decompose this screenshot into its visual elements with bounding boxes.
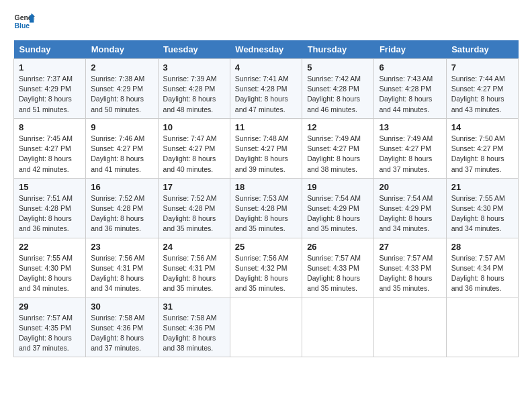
day-number: 14 [451,122,513,132]
day-cell: 13Sunrise: 7:49 AMSunset: 4:27 PMDayligh… [374,118,446,178]
header-sunday: Sunday [14,40,86,59]
week-row-2: 8Sunrise: 7:45 AMSunset: 4:27 PMDaylight… [14,118,519,178]
day-info: Sunrise: 7:52 AMSunset: 4:28 PMDaylight:… [163,194,217,233]
header-saturday: Saturday [446,40,518,59]
day-cell: 17Sunrise: 7:52 AMSunset: 4:28 PMDayligh… [158,178,230,238]
day-number: 28 [451,242,513,252]
day-info: Sunrise: 7:42 AMSunset: 4:28 PMDaylight:… [307,75,361,113]
day-info: Sunrise: 7:57 AMSunset: 4:33 PMDaylight:… [307,254,361,293]
day-number: 19 [307,182,369,192]
day-number: 13 [379,122,441,132]
day-number: 3 [163,62,225,73]
day-info: Sunrise: 7:43 AMSunset: 4:28 PMDaylight:… [379,75,433,113]
day-number: 23 [91,242,152,252]
day-number: 12 [307,122,369,132]
day-number: 1 [19,62,81,73]
day-number: 2 [91,62,152,73]
day-cell [446,298,518,357]
day-cell: 11Sunrise: 7:48 AMSunset: 4:27 PMDayligh… [230,118,302,178]
day-info: Sunrise: 7:37 AMSunset: 4:29 PMDaylight:… [19,75,73,113]
day-cell: 3Sunrise: 7:39 AMSunset: 4:28 PMDaylight… [158,59,230,119]
day-number: 22 [19,242,81,252]
day-cell: 10Sunrise: 7:47 AMSunset: 4:27 PMDayligh… [158,118,230,178]
calendar-table: SundayMondayTuesdayWednesdayThursdayFrid… [13,40,519,357]
header-friday: Friday [374,40,446,59]
day-info: Sunrise: 7:41 AMSunset: 4:28 PMDaylight:… [235,75,289,113]
day-cell: 25Sunrise: 7:56 AMSunset: 4:32 PMDayligh… [230,238,302,298]
day-cell: 19Sunrise: 7:54 AMSunset: 4:29 PMDayligh… [302,178,374,238]
day-info: Sunrise: 7:38 AMSunset: 4:29 PMDaylight:… [91,75,144,113]
week-row-4: 22Sunrise: 7:55 AMSunset: 4:30 PMDayligh… [14,238,519,298]
day-number: 15 [19,182,81,192]
day-info: Sunrise: 7:50 AMSunset: 4:27 PMDaylight:… [451,134,505,173]
day-number: 30 [91,302,152,312]
day-number: 31 [163,302,225,312]
day-cell: 22Sunrise: 7:55 AMSunset: 4:30 PMDayligh… [14,238,86,298]
day-info: Sunrise: 7:57 AMSunset: 4:34 PMDaylight:… [451,254,505,293]
day-cell: 8Sunrise: 7:45 AMSunset: 4:27 PMDaylight… [14,118,86,178]
day-cell: 24Sunrise: 7:56 AMSunset: 4:31 PMDayligh… [158,238,230,298]
day-cell: 29Sunrise: 7:57 AMSunset: 4:35 PMDayligh… [14,298,86,357]
day-number: 21 [451,182,513,192]
day-info: Sunrise: 7:44 AMSunset: 4:27 PMDaylight:… [451,75,505,113]
day-info: Sunrise: 7:45 AMSunset: 4:27 PMDaylight:… [19,134,73,173]
week-row-1: 1Sunrise: 7:37 AMSunset: 4:29 PMDaylight… [14,59,519,119]
day-cell: 20Sunrise: 7:54 AMSunset: 4:29 PMDayligh… [374,178,446,238]
day-cell: 7Sunrise: 7:44 AMSunset: 4:27 PMDaylight… [446,59,518,119]
svg-text:Blue: Blue [15,22,30,30]
day-info: Sunrise: 7:56 AMSunset: 4:32 PMDaylight:… [235,254,289,293]
day-cell: 27Sunrise: 7:57 AMSunset: 4:33 PMDayligh… [374,238,446,298]
day-cell: 6Sunrise: 7:43 AMSunset: 4:28 PMDaylight… [374,59,446,119]
day-cell: 4Sunrise: 7:41 AMSunset: 4:28 PMDaylight… [230,59,302,119]
day-number: 27 [379,242,441,252]
day-info: Sunrise: 7:49 AMSunset: 4:27 PMDaylight:… [379,134,433,173]
header-wednesday: Wednesday [230,40,302,59]
day-cell: 30Sunrise: 7:58 AMSunset: 4:36 PMDayligh… [86,298,158,357]
day-info: Sunrise: 7:53 AMSunset: 4:28 PMDaylight:… [235,194,289,233]
day-number: 16 [91,182,152,192]
day-info: Sunrise: 7:47 AMSunset: 4:27 PMDaylight:… [163,134,217,173]
day-info: Sunrise: 7:49 AMSunset: 4:27 PMDaylight:… [307,134,361,173]
day-cell: 12Sunrise: 7:49 AMSunset: 4:27 PMDayligh… [302,118,374,178]
day-cell: 1Sunrise: 7:37 AMSunset: 4:29 PMDaylight… [14,59,86,119]
day-cell: 21Sunrise: 7:55 AMSunset: 4:30 PMDayligh… [446,178,518,238]
day-info: Sunrise: 7:58 AMSunset: 4:36 PMDaylight:… [163,314,217,353]
day-info: Sunrise: 7:56 AMSunset: 4:31 PMDaylight:… [163,254,217,293]
day-cell: 5Sunrise: 7:42 AMSunset: 4:28 PMDaylight… [302,59,374,119]
day-cell: 26Sunrise: 7:57 AMSunset: 4:33 PMDayligh… [302,238,374,298]
day-number: 7 [451,62,513,73]
days-header-row: SundayMondayTuesdayWednesdayThursdayFrid… [14,40,519,59]
header-thursday: Thursday [302,40,374,59]
day-info: Sunrise: 7:52 AMSunset: 4:28 PMDaylight:… [91,194,144,233]
day-number: 18 [235,182,297,192]
day-cell: 9Sunrise: 7:46 AMSunset: 4:27 PMDaylight… [86,118,158,178]
day-number: 20 [379,182,441,192]
day-info: Sunrise: 7:55 AMSunset: 4:30 PMDaylight:… [19,254,73,293]
day-number: 5 [307,62,369,73]
day-number: 17 [163,182,225,192]
day-info: Sunrise: 7:58 AMSunset: 4:36 PMDaylight:… [91,314,144,353]
day-cell: 2Sunrise: 7:38 AMSunset: 4:29 PMDaylight… [86,59,158,119]
day-cell: 31Sunrise: 7:58 AMSunset: 4:36 PMDayligh… [158,298,230,357]
day-number: 6 [379,62,441,73]
header-tuesday: Tuesday [158,40,230,59]
day-info: Sunrise: 7:54 AMSunset: 4:29 PMDaylight:… [307,194,361,233]
day-cell: 16Sunrise: 7:52 AMSunset: 4:28 PMDayligh… [86,178,158,238]
day-info: Sunrise: 7:46 AMSunset: 4:27 PMDaylight:… [91,134,144,173]
day-info: Sunrise: 7:56 AMSunset: 4:31 PMDaylight:… [91,254,144,293]
day-cell [230,298,302,357]
day-cell: 18Sunrise: 7:53 AMSunset: 4:28 PMDayligh… [230,178,302,238]
day-number: 29 [19,302,81,312]
day-info: Sunrise: 7:54 AMSunset: 4:29 PMDaylight:… [379,194,433,233]
day-number: 25 [235,242,297,252]
logo-icon: General Blue [13,11,35,32]
day-info: Sunrise: 7:39 AMSunset: 4:28 PMDaylight:… [163,75,217,113]
day-number: 10 [163,122,225,132]
day-cell: 14Sunrise: 7:50 AMSunset: 4:27 PMDayligh… [446,118,518,178]
day-number: 24 [163,242,225,252]
week-row-3: 15Sunrise: 7:51 AMSunset: 4:28 PMDayligh… [14,178,519,238]
day-number: 11 [235,122,297,132]
day-number: 4 [235,62,297,73]
day-cell: 15Sunrise: 7:51 AMSunset: 4:28 PMDayligh… [14,178,86,238]
logo: General Blue [13,11,35,32]
